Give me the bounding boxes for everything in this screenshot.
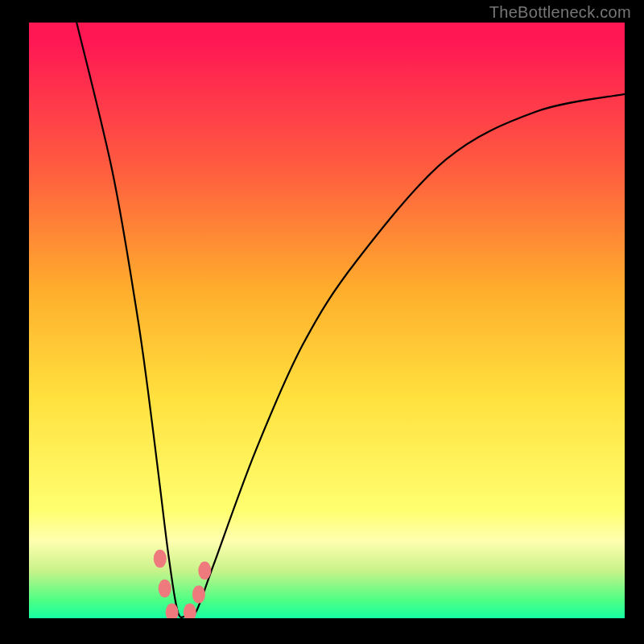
curve-marker	[159, 580, 171, 597]
curve-markers	[154, 550, 211, 618]
curve-path	[76, 23, 625, 617]
curve-marker	[192, 585, 205, 603]
curve-marker	[184, 603, 196, 618]
plot-area	[29, 23, 625, 618]
bottleneck-curve	[29, 23, 625, 618]
curve-marker	[198, 562, 211, 580]
watermark: TheBottleneck.com	[489, 3, 631, 22]
curve-marker	[154, 550, 167, 568]
